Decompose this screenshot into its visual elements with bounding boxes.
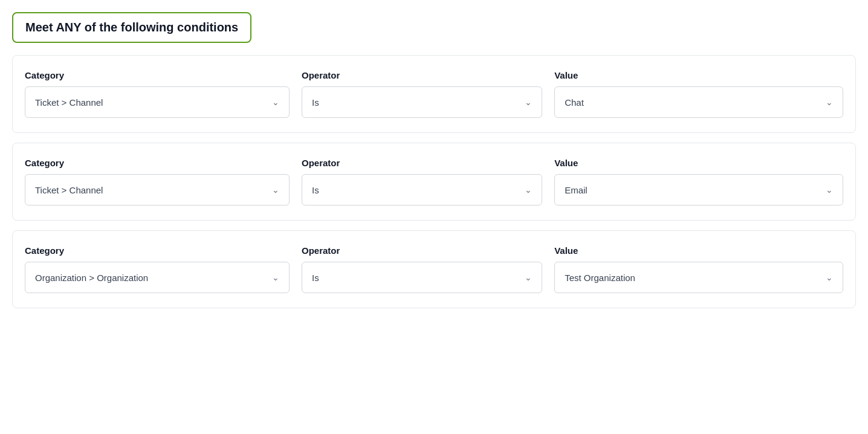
operator-label-2: Operator bbox=[302, 158, 542, 168]
category-select-3[interactable]: Organization > Organization ⌄ bbox=[25, 262, 290, 293]
operator-select-3[interactable]: Is ⌄ bbox=[302, 262, 542, 293]
condition-row-3: Category Organization > Organization ⌄ O… bbox=[12, 230, 856, 308]
operator-chevron-3: ⌄ bbox=[525, 273, 532, 282]
category-chevron-1: ⌄ bbox=[272, 97, 279, 107]
category-value-2: Ticket > Channel bbox=[35, 185, 103, 195]
operator-value-1: Is bbox=[312, 97, 319, 108]
category-select-1[interactable]: Ticket > Channel ⌄ bbox=[25, 86, 290, 118]
value-text-2: Email bbox=[565, 185, 588, 195]
condition-header-container: Meet ANY of the following conditions bbox=[12, 12, 251, 43]
operator-chevron-2: ⌄ bbox=[525, 185, 532, 195]
category-label-3: Category bbox=[25, 245, 290, 256]
value-select-1[interactable]: Chat ⌄ bbox=[554, 86, 843, 118]
operator-value-3: Is bbox=[312, 273, 319, 283]
value-chevron-1: ⌄ bbox=[826, 97, 833, 107]
operator-label-3: Operator bbox=[302, 245, 542, 256]
condition-row-2: Category Ticket > Channel ⌄ Operator Is … bbox=[12, 143, 856, 221]
value-label-2: Value bbox=[554, 158, 843, 168]
value-chevron-3: ⌄ bbox=[826, 273, 833, 282]
value-select-2[interactable]: Email ⌄ bbox=[554, 174, 843, 206]
operator-select-2[interactable]: Is ⌄ bbox=[302, 174, 542, 206]
value-label-1: Value bbox=[554, 70, 843, 80]
operator-value-2: Is bbox=[312, 185, 319, 195]
value-chevron-2: ⌄ bbox=[826, 185, 833, 195]
category-value-3: Organization > Organization bbox=[35, 273, 148, 283]
operator-chevron-1: ⌄ bbox=[525, 97, 532, 107]
operator-select-1[interactable]: Is ⌄ bbox=[302, 86, 542, 118]
category-value-1: Ticket > Channel bbox=[35, 97, 103, 108]
conditions-list: Category Ticket > Channel ⌄ Operator Is … bbox=[12, 55, 856, 308]
value-select-3[interactable]: Test Organization ⌄ bbox=[554, 262, 843, 293]
condition-row-1: Category Ticket > Channel ⌄ Operator Is … bbox=[12, 55, 856, 133]
condition-header-text: Meet ANY of the following conditions bbox=[25, 21, 238, 34]
category-label-2: Category bbox=[25, 158, 290, 168]
value-text-1: Chat bbox=[565, 97, 584, 108]
category-label-1: Category bbox=[25, 70, 290, 80]
operator-label-1: Operator bbox=[302, 70, 542, 80]
value-text-3: Test Organization bbox=[565, 273, 635, 283]
category-select-2[interactable]: Ticket > Channel ⌄ bbox=[25, 174, 290, 206]
category-chevron-2: ⌄ bbox=[272, 185, 279, 195]
value-label-3: Value bbox=[554, 245, 843, 256]
category-chevron-3: ⌄ bbox=[272, 273, 279, 282]
